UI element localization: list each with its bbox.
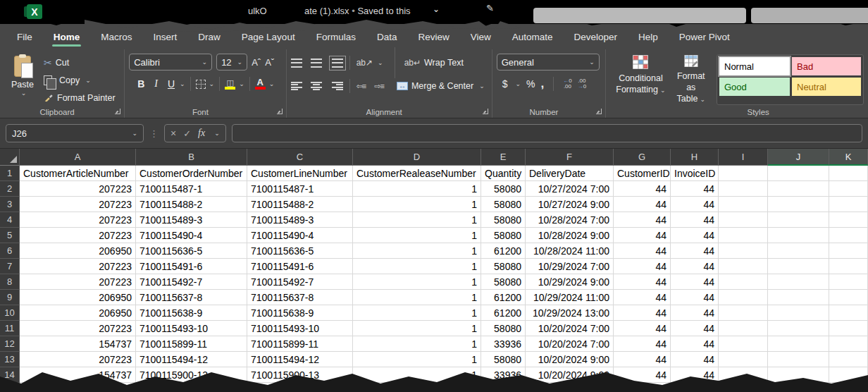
cell-C5[interactable]: 7100115490-4 [247,228,353,243]
bold-button[interactable]: B [133,78,149,90]
paste-button[interactable]: Paste ⌄ [4,54,41,105]
row-header-3[interactable]: 3 [0,197,20,212]
cell-K2[interactable] [829,181,868,197]
cell-A7[interactable]: 207223 [20,259,136,274]
cell-K9[interactable] [829,290,868,305]
cell-I6[interactable] [719,243,768,259]
cell-K12[interactable] [829,336,868,352]
row-header-14[interactable]: 14 [0,367,20,383]
cell-F2[interactable]: 10/27/2024 7:00 [526,181,614,197]
name-box-chevron-down-icon[interactable]: ⌄ [132,130,137,137]
cell-D7[interactable]: 1 [353,259,481,274]
cell-E14[interactable]: 33936 [481,367,526,383]
cell-F1[interactable]: DeliveryDate [526,166,614,181]
format-painter-button[interactable]: Format Painter [41,89,118,106]
cell-B2[interactable]: 7100115487-1 [136,181,247,197]
cell-F12[interactable]: 10/20/2024 7:00 [526,336,614,352]
cell-K7[interactable] [829,259,868,274]
tab-draw[interactable]: Draw [197,27,222,47]
style-chip-bad[interactable]: Bad [792,57,861,75]
decrease-font-size-button[interactable]: Aˇ [265,57,274,68]
cell-C2[interactable]: 7100115487-1 [247,181,353,197]
copy-button[interactable]: Copy ⌄ [41,71,118,89]
cell-I13[interactable] [719,352,768,367]
cell-K6[interactable] [829,243,868,259]
cell-A2[interactable]: 207223 [20,181,136,197]
merge-center-chevron-down-icon[interactable]: ⌄ [479,82,485,90]
italic-button[interactable]: I [150,78,162,90]
row-header-6[interactable]: 6 [0,243,20,259]
cell-E4[interactable]: 58080 [481,212,526,228]
middle-align-button[interactable] [311,59,322,68]
cell-I14[interactable] [719,367,768,383]
cell-C12[interactable]: 7100115899-11 [247,336,353,352]
cell-J12[interactable] [768,336,829,352]
cell-A12[interactable]: 154737 [20,336,136,352]
cell-A6[interactable]: 206950 [20,243,136,259]
cell-C1[interactable]: CustomerLineNumber [247,166,353,181]
row-header-9[interactable]: 9 [0,290,20,305]
cell-K4[interactable] [829,212,868,228]
cell-D3[interactable]: 1 [353,197,481,212]
cell-B10[interactable]: 7100115638-9 [136,305,247,321]
borders-icon[interactable] [196,80,206,89]
cell-I4[interactable] [719,212,768,228]
cell-B1[interactable]: CustomerOrderNumber [136,166,247,181]
percent-format-button[interactable]: % [526,78,535,90]
cell-H11[interactable]: 44 [671,321,719,336]
cell-E5[interactable]: 58080 [481,228,526,243]
cell-D4[interactable]: 1 [353,212,481,228]
cell-D13[interactable]: 1 [353,352,481,367]
cell-I8[interactable] [719,274,768,290]
currency-chevron-down-icon[interactable]: ⌄ [515,80,521,87]
cell-D12[interactable]: 1 [353,336,481,352]
cell-C10[interactable]: 7100115638-9 [247,305,353,321]
column-header-J[interactable]: J [768,149,829,166]
column-header-I[interactable]: I [719,149,768,166]
cell-H6[interactable]: 44 [671,243,719,259]
decrease-decimal-button[interactable]: .00→0 [578,78,586,90]
cell-E8[interactable]: 58080 [481,274,526,290]
cell-J1[interactable] [768,166,829,181]
cell-D14[interactable]: 1 [353,367,481,383]
cell-A5[interactable]: 207223 [20,228,136,243]
cell-G14[interactable]: 44 [614,367,671,383]
cell-C9[interactable]: 7100115637-8 [247,290,353,305]
number-format-combo[interactable]: General ⌄ [497,54,600,71]
cell-H8[interactable]: 44 [671,274,719,290]
cut-button[interactable]: ✂ Cut [41,54,118,71]
cell-B8[interactable]: 7100115492-7 [136,274,247,290]
wrap-text-button[interactable]: ab↵ Wrap Text [402,54,466,72]
comma-format-button[interactable]: , [540,77,544,91]
row-header-12[interactable]: 12 [0,336,20,352]
cell-J14[interactable] [768,367,829,383]
tab-power-pivot[interactable]: Power Pivot [678,27,731,47]
increase-font-size-button[interactable]: Aˆ [252,57,261,68]
cell-J4[interactable] [768,212,829,228]
row-header-4[interactable]: 4 [0,212,20,228]
cell-K8[interactable] [829,274,868,290]
row-header-2[interactable]: 2 [0,181,20,197]
cell-A14[interactable]: 154737 [20,367,136,383]
insert-function-button[interactable]: fx [198,128,205,139]
cell-J7[interactable] [768,259,829,274]
cell-H3[interactable]: 44 [671,197,719,212]
cell-B9[interactable]: 7100115637-8 [136,290,247,305]
cell-I3[interactable] [719,197,768,212]
format-as-table-button[interactable]: Format as Table⌄ [671,54,711,105]
cancel-formula-button[interactable]: × [170,128,176,139]
cell-G9[interactable]: 44 [614,290,671,305]
cell-J2[interactable] [768,181,829,197]
cell-J11[interactable] [768,321,829,336]
tab-home[interactable]: Home [52,27,82,47]
cell-E1[interactable]: Quantity [481,166,526,181]
cell-F8[interactable]: 10/29/2024 9:00 [526,274,614,290]
cell-C4[interactable]: 7100115489-3 [247,212,353,228]
select-all-corner[interactable] [0,149,20,166]
cell-A8[interactable]: 207223 [20,274,136,290]
cell-A3[interactable]: 207223 [20,197,136,212]
cell-B3[interactable]: 7100115488-2 [136,197,247,212]
cell-A9[interactable]: 206950 [20,290,136,305]
cell-K1[interactable] [829,166,868,181]
cell-I2[interactable] [719,181,768,197]
